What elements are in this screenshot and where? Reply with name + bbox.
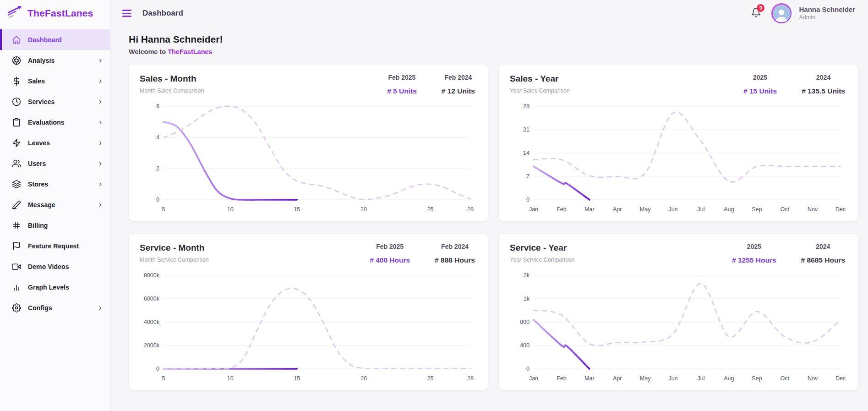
card-subtitle: Year Service Comparison (510, 257, 574, 263)
line-chart-service-month: 02000k4000k6000k8000k51015202528 (140, 269, 477, 384)
menu-toggle-button[interactable] (122, 10, 131, 16)
clipboard-icon (12, 118, 21, 127)
stat-value: # 15 Units (743, 87, 777, 95)
svg-text:15: 15 (294, 375, 300, 382)
flag-icon (12, 241, 21, 251)
svg-text:14: 14 (523, 150, 530, 156)
stat-value: # 135.5 Units (802, 87, 845, 95)
sidebar-item-graph-levels[interactable]: Graph Levels (0, 277, 110, 297)
stat-value: # 5 Units (387, 87, 417, 95)
svg-text:Apr: Apr (613, 375, 622, 382)
svg-text:1k: 1k (524, 296, 530, 302)
sidebar-item-users[interactable]: Users › (0, 153, 110, 174)
sidebar-item-demo-videos[interactable]: Demo Videos (0, 256, 110, 277)
svg-text:800: 800 (520, 319, 530, 325)
svg-text:20: 20 (360, 206, 367, 213)
video-icon (12, 262, 21, 271)
card-subtitle: Year Sales Comparison (510, 88, 570, 94)
svg-text:2000k: 2000k (144, 342, 160, 349)
sidebar-item-label: Demo Videos (28, 263, 69, 270)
card-sales-month: Sales - Month Month Sales Comparison Feb… (129, 65, 488, 221)
sidebar-item-message[interactable]: Message › (0, 194, 110, 215)
sidebar-item-feature-request[interactable]: Feature Request (0, 236, 110, 256)
stat-label: 2024 (802, 74, 845, 81)
chevron-right-icon: › (99, 180, 102, 189)
stat-previous: 2024 # 135.5 Units (802, 74, 845, 95)
stat-current: 2025 # 15 Units (743, 74, 777, 95)
svg-text:Jun: Jun (668, 206, 677, 213)
users-icon (12, 159, 21, 168)
chevron-right-icon: › (99, 138, 102, 148)
home-icon (12, 35, 21, 44)
notifications-button[interactable]: 9 (751, 7, 761, 20)
sidebar-item-sales[interactable]: Sales › (0, 71, 110, 91)
card-header: Sales - Month Month Sales Comparison Feb… (140, 74, 477, 95)
svg-text:Sep: Sep (752, 375, 762, 382)
stat-value: # 12 Units (442, 87, 475, 95)
user-role: Admin (799, 14, 855, 22)
cards-grid: Sales - Month Month Sales Comparison Feb… (129, 65, 858, 390)
svg-text:25: 25 (427, 375, 434, 382)
svg-text:Apr: Apr (613, 206, 622, 213)
svg-text:5: 5 (162, 206, 165, 213)
sidebar-item-leaves[interactable]: Leaves › (0, 132, 110, 153)
stat-label: Feb 2024 (442, 74, 475, 81)
svg-text:Jan: Jan (529, 206, 538, 213)
card-title: Service - Month (140, 243, 209, 253)
sidebar-item-label: Stores (28, 181, 48, 188)
card-stats: 2025 # 15 Units 2024 # 135.5 Units (743, 74, 847, 95)
svg-text:Dec: Dec (835, 375, 846, 382)
svg-text:15: 15 (294, 206, 300, 213)
sidebar-item-analysis[interactable]: Analysis › (0, 50, 110, 71)
svg-text:0: 0 (156, 197, 159, 203)
chevron-right-icon: › (99, 159, 102, 168)
card-service-year: Service - Year Year Service Comparison 2… (499, 234, 858, 390)
app-window: TheFastLanes Dashboard Analysis › (0, 0, 868, 411)
svg-text:Nov: Nov (808, 206, 818, 213)
stat-value: # 8685 Hours (801, 256, 846, 264)
card-title: Sales - Month (140, 74, 204, 84)
sidebar-item-billing[interactable]: Billing (0, 215, 110, 236)
sidebar-item-label: Leaves (28, 139, 50, 147)
sidebar-item-label: Billing (28, 222, 48, 229)
sidebar-item-configs[interactable]: Configs › (0, 297, 110, 318)
svg-text:25: 25 (427, 206, 434, 213)
sidebar-item-label: Evaluations (28, 119, 65, 126)
user-meta: Hanna Schneider Admin (799, 5, 855, 21)
brand-logo-icon (7, 5, 24, 21)
stat-label: 2024 (801, 243, 846, 250)
svg-text:10: 10 (227, 206, 234, 213)
sidebar-item-dashboard[interactable]: Dashboard (0, 29, 110, 50)
svg-text:Dec: Dec (835, 206, 846, 213)
card-sales-year: Sales - Year Year Sales Comparison 2025 … (499, 65, 858, 221)
svg-text:Sep: Sep (752, 206, 762, 213)
stat-current: 2025 # 1255 Hours (732, 243, 776, 264)
notification-badge: 9 (757, 4, 764, 12)
sidebar-item-label: Analysis (28, 57, 55, 64)
svg-text:28: 28 (467, 375, 474, 382)
stat-previous: 2024 # 8685 Hours (801, 243, 846, 264)
sidebar-item-services[interactable]: Services › (0, 91, 110, 112)
svg-text:400: 400 (520, 342, 530, 349)
zap-icon (12, 138, 21, 148)
edit-icon (12, 200, 21, 209)
user-avatar[interactable] (771, 3, 792, 23)
svg-text:May: May (640, 206, 651, 213)
stat-previous: Feb 2024 # 888 Hours (435, 243, 475, 264)
svg-text:8000k: 8000k (144, 272, 160, 279)
svg-text:2: 2 (156, 165, 159, 172)
hash-icon (12, 221, 21, 230)
sidebar-item-stores[interactable]: Stores › (0, 174, 110, 194)
sidebar: TheFastLanes Dashboard Analysis › (0, 0, 110, 411)
svg-text:6: 6 (156, 103, 159, 110)
sidebar-nav: Dashboard Analysis › Sales › (0, 27, 110, 318)
card-header: Sales - Year Year Sales Comparison 2025 … (510, 74, 847, 95)
welcome-prefix: Welcome to (129, 48, 168, 55)
brand-logo[interactable]: TheFastLanes (0, 0, 110, 27)
svg-text:Jun: Jun (668, 375, 677, 382)
svg-text:Oct: Oct (780, 206, 789, 213)
sidebar-item-label: Message (28, 201, 55, 208)
chevron-right-icon: › (99, 97, 102, 106)
stat-label: Feb 2025 (387, 74, 417, 81)
sidebar-item-evaluations[interactable]: Evaluations › (0, 112, 110, 132)
